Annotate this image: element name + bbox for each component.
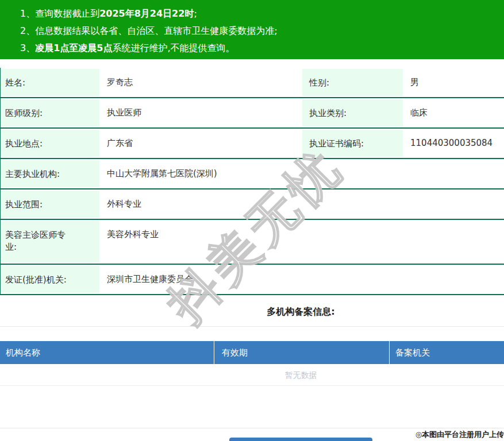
name-label: 姓名:: [1, 69, 70, 96]
doctor-info-table: 姓名: 罗奇志 性别: 男 医师级别: 执业医师 执业类别: 临床 执业地点: …: [0, 68, 504, 295]
issuing-authority-label-cell: 发证(批准)机关:: [1, 265, 99, 294]
notice-3-bold: 凌晨1点至凌晨5点: [35, 42, 112, 53]
category-value: 临床: [403, 98, 504, 127]
gender-label: 性别:: [302, 69, 403, 96]
info-row-name-gender: 姓名: 罗奇志 性别: 男: [1, 68, 504, 98]
column-header-filing-authority: 备案机关: [389, 341, 504, 364]
info-row-location-cert: 执业地点: 广东省 执业证书编码: 110440300035084: [1, 129, 504, 159]
empty-table-body: [0, 386, 504, 428]
location-label-cell: 执业地点:: [1, 129, 99, 158]
info-row-level-category: 医师级别: 执业医师 执业类别: 临床: [1, 98, 504, 129]
column-header-institution-name: 机构名称: [0, 341, 214, 364]
notice-1-post: ;: [194, 8, 197, 19]
notice-line-1: 1、查询数据截止到2025年8月24日22时;: [20, 5, 504, 22]
query-result-page: 1、查询数据截止到2025年8月24日22时; 2、信息数据结果以各省、自治区、…: [0, 0, 504, 441]
upload-credit-watermark: ◎本图由平台注册用户上传: [415, 430, 504, 440]
gender-label-cell: 性别:: [302, 68, 403, 97]
practice-scope-value: 外科专业: [99, 189, 504, 219]
filing-section-heading: 多机构备案信息:: [0, 307, 504, 316]
close-window-button[interactable]: 〖关闭窗口〗: [229, 438, 372, 441]
main-institution-label-cell: 主要执业机构:: [1, 159, 99, 188]
issuing-authority-label: 发证(批准)机关:: [1, 266, 70, 293]
notice-banner: 1、查询数据截止到2025年8月24日22时; 2、信息数据结果以各省、自治区、…: [0, 0, 504, 59]
notice-line-2: 2、信息数据结果以各省、自治区、直辖市卫生健康委数据为准;: [20, 22, 504, 40]
location-label: 执业地点:: [1, 130, 70, 157]
info-row-practice-scope: 执业范围: 外科专业: [1, 189, 504, 220]
name-label-cell: 姓名:: [1, 68, 99, 97]
name-value: 罗奇志: [99, 68, 302, 97]
category-label: 执业类别:: [302, 99, 403, 126]
empty-data-message: 暂无数据: [0, 364, 504, 386]
location-value: 广东省: [99, 129, 302, 158]
level-label: 医师级别:: [1, 99, 70, 126]
filing-table: 机构名称 有效期 备案机关 暂无数据: [0, 341, 504, 428]
notice-2-number: 2、: [20, 25, 35, 36]
cert-number-label: 执业证书编码:: [302, 130, 403, 157]
notice-line-3: 3、凌晨1点至凌晨5点系统进行维护,不能提供查询。: [20, 40, 504, 57]
level-label-cell: 医师级别:: [1, 98, 99, 127]
column-header-validity-period: 有效期: [214, 341, 389, 364]
gender-value: 男: [403, 68, 504, 97]
cosmetic-specialty-label-cell: 美容主诊医师专业:: [1, 220, 99, 264]
cert-number-value: 110440300035084: [403, 129, 504, 158]
section-divider: [0, 326, 504, 327]
notice-2-text: 信息数据结果以各省、自治区、直辖市卫生健康委数据为准;: [35, 25, 277, 36]
cosmetic-specialty-label: 美容主诊医师专业:: [1, 221, 70, 260]
main-institution-value: 中山大学附属第七医院(深圳): [99, 159, 504, 188]
page-viewport: 1、查询数据截止到2025年8月24日22时; 2、信息数据结果以各省、自治区、…: [0, 0, 504, 441]
notice-1-number: 1、: [20, 8, 35, 19]
info-row-issuing-authority: 发证(批准)机关: 深圳市卫生健康委员会: [1, 265, 504, 295]
issuing-authority-value: 深圳市卫生健康委员会: [99, 265, 504, 294]
practice-scope-label-cell: 执业范围:: [1, 189, 99, 219]
cert-number-label-cell: 执业证书编码:: [302, 129, 403, 158]
level-value: 执业医师: [99, 98, 302, 127]
info-row-cosmetic-specialty: 美容主诊医师专业: 美容外科专业: [1, 220, 504, 265]
category-label-cell: 执业类别:: [302, 98, 403, 127]
notice-3-number: 3、: [20, 42, 35, 53]
notice-3-post: 系统进行维护,不能提供查询。: [112, 42, 234, 53]
info-row-main-institution: 主要执业机构: 中山大学附属第七医院(深圳): [1, 159, 504, 189]
filing-table-header: 机构名称 有效期 备案机关: [0, 341, 504, 364]
notice-1-bold: 2025年8月24日22时: [99, 8, 194, 19]
notice-1-text: 查询数据截止到: [35, 8, 99, 19]
cosmetic-specialty-value: 美容外科专业: [99, 220, 504, 264]
main-institution-label: 主要执业机构:: [1, 160, 70, 187]
practice-scope-label: 执业范围:: [1, 191, 70, 218]
